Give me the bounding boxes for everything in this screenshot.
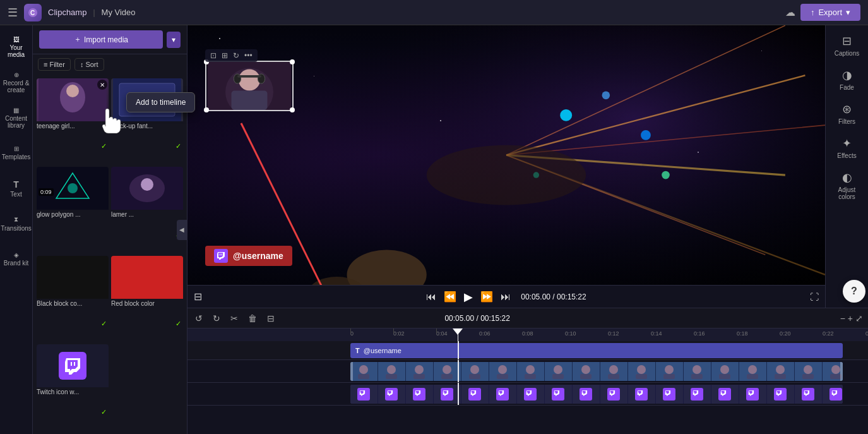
- list-item[interactable]: ✓ Black block co...: [37, 256, 109, 342]
- preview-video: LEFT GUN RIGHT GUN STARDRIVE IS READY TO…: [187, 25, 825, 285]
- media-check-icon: ✓: [175, 142, 181, 150]
- media-check-icon: ✓: [175, 320, 181, 328]
- prop-item-filters[interactable]: ⊛ Filters: [829, 99, 865, 129]
- zoom-out-button[interactable]: −: [840, 313, 845, 323]
- sidebar-item-transitions[interactable]: ⧗ Transitions: [3, 207, 30, 240]
- fullscreen-button[interactable]: ⛶: [810, 292, 819, 302]
- svg-point-31: [662, 171, 670, 179]
- sidebar-item-content-library[interactable]: ▦ Content library: [3, 101, 30, 134]
- sidebar-item-templates[interactable]: ⊞ Templates: [3, 136, 30, 169]
- project-name: My Video: [102, 8, 136, 17]
- brand-overlay: @username: [205, 246, 292, 266]
- list-item[interactable]: 0:09 glow polygon ...: [37, 167, 109, 253]
- total-time: 00:15:22: [557, 292, 586, 301]
- sidebar-item-text[interactable]: T Text: [3, 172, 30, 205]
- svg-point-11: [68, 183, 78, 193]
- import-media-button[interactable]: ＋ Import media: [39, 30, 163, 49]
- svg-rect-16: [71, 362, 72, 366]
- video-track-clip[interactable]: [350, 362, 843, 381]
- media-item-label: Red block color: [111, 299, 183, 308]
- fast-forward-button[interactable]: ⏩: [480, 291, 493, 303]
- fit-zoom-button[interactable]: ⤢: [855, 313, 863, 323]
- list-item[interactable]: ✓ Twitch icon w...: [37, 344, 109, 430]
- list-item[interactable]: ✕ ✓ teenage girl...: [37, 78, 109, 164]
- skip-back-button[interactable]: ⏮: [426, 291, 436, 303]
- help-bubble[interactable]: ?: [843, 280, 865, 303]
- icon-track-row: [187, 383, 868, 406]
- pip-handle-br[interactable]: [290, 107, 295, 112]
- sort-button[interactable]: ↕ Sort: [74, 58, 104, 71]
- crop-icon[interactable]: ⊡: [210, 51, 217, 60]
- media-check-icon: ✓: [101, 320, 107, 328]
- sidebar-item-record-create[interactable]: ⊕ Record & create: [3, 66, 30, 99]
- ruler-label: 0:02: [393, 330, 405, 337]
- skip-forward-button[interactable]: ⏭: [501, 291, 511, 303]
- zoom-in-button[interactable]: +: [848, 313, 853, 323]
- topbar-right: ☁ ↑ Export ▾: [785, 4, 860, 21]
- undo-button[interactable]: ↺: [193, 312, 205, 325]
- sort-icon: ↕: [80, 61, 84, 68]
- export-label: Export: [818, 8, 842, 17]
- adjust-colors-icon: ◐: [842, 171, 852, 184]
- media-item-label: Twitch icon w...: [37, 387, 109, 397]
- text-track-label: @username: [364, 347, 401, 354]
- rotate-icon[interactable]: ↻: [233, 51, 239, 60]
- content-library-icon: ▦: [13, 107, 19, 114]
- fade-icon: ◑: [842, 68, 852, 82]
- list-item[interactable]: GAME OVERGAME OVER ✓ Mock-up fant...: [111, 78, 183, 164]
- your-media-icon: 🖼: [13, 36, 20, 43]
- pip-handle-bl[interactable]: [204, 107, 209, 112]
- delete-button[interactable]: 🗑: [246, 312, 259, 325]
- sidebar-item-brand-kit[interactable]: ◈ Brand kit: [3, 243, 30, 275]
- pip-overlay[interactable]: [205, 61, 294, 111]
- export-chevron: ▾: [846, 8, 850, 17]
- export-button[interactable]: ↑ Export ▾: [800, 4, 860, 21]
- svg-text:STARDRIVE IS READY TO BE USED!: STARDRIVE IS READY TO BE USED!: [446, 25, 566, 27]
- redo-button[interactable]: ↻: [210, 312, 223, 325]
- pip-toolbar: ⊡ ⊞ ↻ •••: [205, 49, 258, 62]
- preview-toolbar-right: ⛶: [810, 292, 819, 302]
- prop-item-adjust-colors[interactable]: ◐ Adjust colors: [829, 167, 865, 204]
- hamburger-icon[interactable]: ☰: [8, 6, 18, 20]
- import-dropdown-button[interactable]: ▾: [167, 32, 181, 48]
- playhead-track-line: [458, 341, 459, 359]
- svg-rect-44: [237, 75, 261, 78]
- sidebar-item-your-media[interactable]: 🖼 Your media: [3, 30, 30, 63]
- timeline: ↺ ↻ ✂ 🗑 ⊟ 00:05.00 / 00:15:22 − + ⤢: [187, 308, 868, 434]
- templates-icon: ⊞: [14, 145, 19, 152]
- subtitle-toggle-button[interactable]: ⊟: [194, 291, 202, 303]
- icon-track-clip[interactable]: [350, 385, 843, 404]
- export-icon: ↑: [811, 8, 815, 17]
- media-item-label: Black block co...: [37, 299, 109, 308]
- filter-button[interactable]: ≡ Filter: [38, 58, 71, 71]
- prop-item-fade[interactable]: ◑ Fade: [829, 64, 865, 95]
- more-icon[interactable]: •••: [244, 51, 253, 60]
- right-panel: 16:9: [187, 25, 868, 434]
- sidebar-label: Content library: [3, 115, 30, 129]
- sidebar-icons: 🖼 Your media ⊕ Record & create ▦ Content…: [0, 25, 33, 434]
- list-item[interactable]: ✓ lamer ...: [111, 167, 183, 253]
- fade-label: Fade: [840, 84, 854, 91]
- ruler-label: 0:16: [694, 330, 705, 337]
- fit-icon[interactable]: ⊞: [222, 51, 228, 60]
- filter-row: ≡ Filter ↕ Sort: [33, 54, 187, 75]
- cut-button[interactable]: ✂: [228, 312, 241, 325]
- ruler-label: 0:10: [565, 330, 576, 337]
- sidebar-label: Your media: [3, 44, 30, 58]
- list-item[interactable]: ✓ Red block color: [111, 256, 183, 342]
- pip-handle-tr[interactable]: [290, 59, 295, 64]
- play-button[interactable]: ▶: [464, 290, 473, 304]
- svg-point-40: [239, 69, 260, 90]
- media-item-label: Mock-up fant...: [111, 121, 183, 131]
- text-track-clip[interactable]: T @username: [350, 343, 843, 358]
- prop-item-captions[interactable]: ⊟ Captions: [829, 30, 865, 61]
- svg-text:C: C: [30, 9, 35, 16]
- prop-item-effects[interactable]: ✦ Effects: [829, 133, 865, 163]
- ruler-label: 0:04: [436, 330, 448, 337]
- clip-bracket-right: [840, 362, 843, 381]
- rewind-button[interactable]: ⏪: [444, 291, 456, 303]
- delete-media-button[interactable]: ✕: [97, 80, 107, 90]
- sidebar-label: Record & create: [3, 80, 30, 93]
- split-button[interactable]: ⊟: [265, 312, 277, 325]
- collapse-panel-button[interactable]: ◀: [177, 220, 187, 240]
